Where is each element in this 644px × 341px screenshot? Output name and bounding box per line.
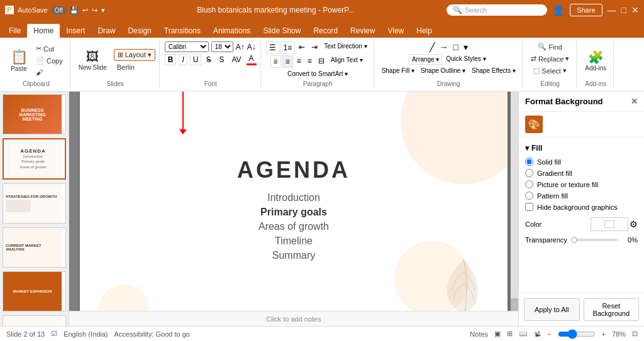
paste-button[interactable]: 📋 Paste: [6, 41, 31, 79]
zoom-slider[interactable]: [558, 329, 596, 339]
share-button[interactable]: Share: [570, 4, 602, 16]
user-icon[interactable]: 👤: [552, 4, 565, 16]
tab-transitions[interactable]: Transitions: [158, 24, 207, 38]
undo-btn[interactable]: 💾: [70, 6, 79, 14]
autosave-toggle[interactable]: Off: [52, 6, 66, 14]
italic-btn[interactable]: I: [179, 54, 187, 65]
scrollbar-thumb[interactable]: [511, 298, 518, 311]
pattern-fill-radio[interactable]: [525, 192, 533, 200]
undo2-btn[interactable]: ↩: [82, 6, 88, 14]
numbering-btn[interactable]: 1≡: [280, 41, 296, 54]
solid-fill-radio[interactable]: [525, 158, 533, 166]
view-reading-btn[interactable]: 📖: [519, 330, 528, 338]
close-btn[interactable]: ✕: [631, 5, 639, 15]
tab-record[interactable]: Record: [307, 24, 344, 38]
bold-btn[interactable]: B: [165, 54, 177, 65]
strikethrough-btn[interactable]: S̶: [204, 55, 214, 65]
slide-5-thumb[interactable]: MARKET EXPANSION: [3, 271, 66, 311]
bullets-btn[interactable]: ☰: [266, 41, 279, 54]
transparency-slider[interactable]: [571, 239, 618, 241]
addins-button[interactable]: 🧩 Add-ins: [582, 41, 609, 79]
align-right-btn[interactable]: ≡: [294, 55, 304, 68]
maximize-btn[interactable]: □: [621, 5, 626, 15]
slide-6-thumb[interactable]: PRODUCT LAUNCH TIMELINE: [3, 315, 66, 326]
arrange-btn[interactable]: Arrange ▾: [409, 54, 442, 65]
more-btn[interactable]: ▾: [101, 6, 105, 14]
smartart-btn[interactable]: Convert to SmartArt ▾: [285, 69, 350, 78]
text-direction-btn[interactable]: Text Direction ▾: [321, 41, 369, 54]
tab-design[interactable]: Design: [121, 24, 157, 38]
tab-insert[interactable]: Insert: [60, 24, 91, 38]
slide-1-thumb[interactable]: BUSINESSMARKETINGMEETING: [3, 94, 66, 134]
select-button[interactable]: ⬚ Select ▾: [530, 65, 570, 76]
picture-texture-radio[interactable]: [525, 180, 533, 188]
accessibility-status[interactable]: Accessibility: Good to go: [114, 330, 189, 338]
zoom-out-btn[interactable]: −: [547, 330, 551, 338]
tab-animations[interactable]: Animations: [207, 24, 257, 38]
rect-icon[interactable]: □: [452, 41, 460, 53]
solid-fill-option[interactable]: Solid fill: [525, 158, 638, 166]
hide-bg-graphics-row[interactable]: Hide background graphics: [525, 203, 638, 211]
slide-4-thumb[interactable]: CURRENT MARKET ANALYSIS: [3, 227, 66, 268]
pattern-fill-option[interactable]: Pattern fill: [525, 192, 638, 200]
color-picker-btn[interactable]: ⚙: [630, 219, 638, 229]
paint-bucket-btn[interactable]: 🎨: [525, 116, 543, 133]
col-btn[interactable]: ⊟: [316, 55, 327, 68]
align-center-btn[interactable]: ≡: [282, 55, 293, 68]
arrow-icon[interactable]: →: [438, 41, 450, 53]
slide-2-thumb[interactable]: AGENDA IntroductionPrimary goalsAreas of…: [3, 138, 66, 180]
accessibility-icon[interactable]: ☑: [51, 330, 57, 338]
replace-button[interactable]: ⇄ Replace ▾: [528, 53, 572, 64]
gradient-fill-radio[interactable]: [525, 169, 533, 177]
picture-texture-fill-option[interactable]: Picture or texture fill: [525, 180, 638, 188]
tab-view[interactable]: View: [381, 24, 410, 38]
format-painter-button[interactable]: 🖌: [33, 67, 66, 77]
new-slide-button[interactable]: 🖼 New Slide: [75, 41, 110, 79]
indent-more-btn[interactable]: ⇥: [309, 41, 320, 54]
quick-styles-btn[interactable]: Quick Styles ▾: [443, 54, 488, 65]
find-button[interactable]: 🔍 Find: [535, 41, 565, 52]
justify-btn[interactable]: ≡: [305, 55, 314, 68]
minimize-btn[interactable]: —: [608, 5, 616, 15]
layout-button[interactable]: ⊞ Layout ▾: [114, 49, 155, 61]
shape-effects-btn[interactable]: Shape Effects ▾: [469, 66, 518, 75]
slide-3-thumb[interactable]: STRATEGIES FOR GROWTH: [3, 183, 66, 224]
font-family-select[interactable]: Calibri: [165, 41, 209, 52]
align-left-btn[interactable]: ≡: [270, 55, 281, 68]
gradient-fill-option[interactable]: Gradient fill: [525, 169, 638, 177]
tab-home[interactable]: Home: [27, 24, 60, 38]
zoom-in-btn[interactable]: +: [602, 330, 606, 338]
view-presenter-btn[interactable]: 📽: [534, 330, 541, 338]
fill-header[interactable]: ▾ Fill: [525, 144, 638, 153]
shape-fill-btn[interactable]: Shape Fill ▾: [379, 66, 417, 75]
color-swatch-btn[interactable]: [591, 217, 628, 231]
font-color-btn[interactable]: A: [247, 53, 257, 65]
close-format-panel-btn[interactable]: ✕: [631, 97, 638, 106]
hide-bg-graphics-checkbox[interactable]: [525, 203, 533, 211]
redo-btn[interactable]: ↪: [92, 6, 97, 14]
fit-page-btn[interactable]: ⊡: [632, 330, 638, 338]
tab-file[interactable]: File: [3, 24, 27, 38]
cut-button[interactable]: ✂ Cut: [33, 43, 66, 54]
tab-help[interactable]: Help: [410, 24, 438, 38]
shapes-more-btn[interactable]: ▾: [462, 41, 470, 53]
font-size-select[interactable]: 18: [211, 41, 233, 52]
tab-review[interactable]: Review: [344, 24, 381, 38]
underline-btn[interactable]: U: [190, 54, 202, 65]
slide-scrollbar[interactable]: [511, 92, 518, 311]
font-shrink-btn[interactable]: A↓: [247, 43, 256, 51]
tab-draw[interactable]: Draw: [91, 24, 121, 38]
line-icon[interactable]: ╱: [428, 41, 436, 53]
tab-slideshow[interactable]: Slide Show: [257, 24, 307, 38]
apply-to-all-btn[interactable]: Apply to All: [524, 298, 580, 321]
indent-less-btn[interactable]: ⇤: [296, 41, 308, 54]
add-notes-bar[interactable]: Click to add notes: [69, 311, 518, 326]
search-bar[interactable]: 🔍 Search: [447, 4, 547, 16]
view-slide-sorter-btn[interactable]: ⊞: [507, 330, 513, 338]
shadow-btn[interactable]: S: [216, 55, 226, 65]
char-spacing-btn[interactable]: AV: [229, 55, 243, 65]
notes-btn[interactable]: Notes: [470, 330, 488, 338]
align-text-btn[interactable]: Align Text ▾: [328, 55, 365, 68]
reset-background-btn[interactable]: Reset Background: [584, 298, 640, 321]
shape-outline-btn[interactable]: Shape Outline ▾: [418, 66, 468, 75]
